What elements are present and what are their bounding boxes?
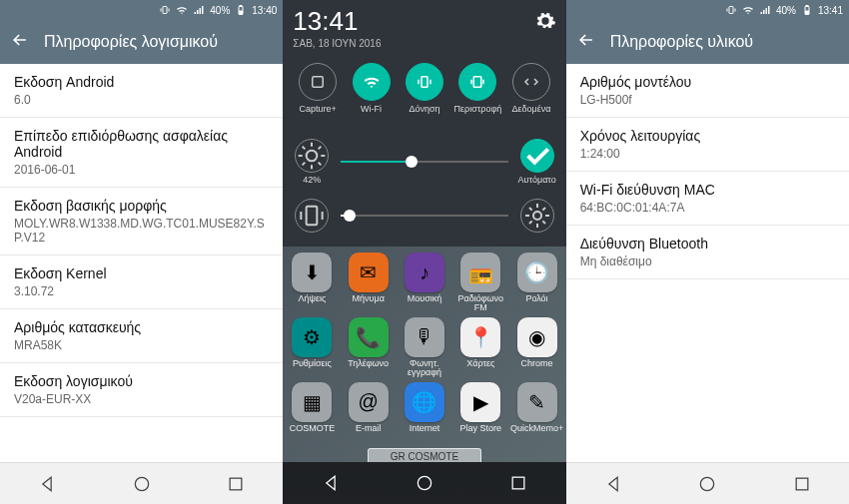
app-label: Play Store (459, 424, 501, 442)
brightness-icon[interactable] (295, 139, 329, 173)
app-shortcut[interactable]: ♪Μουσική (398, 252, 451, 313)
nav-home-button[interactable] (413, 471, 436, 495)
brightness-slider[interactable] (341, 161, 507, 163)
list-item[interactable]: Διεύθυνση BluetoothΜη διαθέσιμο (566, 226, 849, 279)
app-label: Φωνητ. εγγραφή (398, 359, 451, 378)
app-label: Μουσική (408, 294, 441, 312)
app-shortcut[interactable]: ▦COSMOTE (285, 382, 339, 442)
brightness-row: 42% Αυτόματο (293, 139, 555, 185)
svg-rect-0 (163, 7, 167, 14)
item-value: 6.0 (14, 93, 269, 107)
nav-back-button[interactable] (319, 471, 343, 495)
app-shortcut[interactable]: 🕒Ρολόι (509, 252, 563, 313)
svg-rect-23 (796, 478, 808, 490)
wifi-icon (742, 4, 754, 16)
item-label: Αριθμός μοντέλου (580, 74, 835, 90)
app-shortcut[interactable]: 📞Τηλέφωνο (342, 317, 396, 378)
auto-brightness-toggle[interactable] (520, 139, 554, 173)
app-label: Μήνυμα (353, 294, 385, 312)
qs-tile[interactable]: Capture+ (293, 63, 342, 125)
qs-tile-label: Δόνηση (409, 105, 439, 125)
app-label: Ραδιόφωνο FM (453, 294, 507, 313)
qs-tile[interactable]: Δεδομένα (506, 63, 555, 125)
item-value: 64:BC:0C:01:4A:7A (580, 201, 835, 215)
app-label: COSMOTE (290, 424, 336, 442)
nav-recents-button[interactable] (224, 472, 248, 496)
list-item[interactable]: Χρόνος λειτουργίας1:24:00 (566, 118, 849, 172)
app-label: Ρολόι (525, 294, 547, 312)
nav-back-button[interactable] (35, 472, 59, 496)
nav-home-button[interactable] (130, 472, 154, 496)
qs-date[interactable]: ΣΑΒ, 18 ΙΟΥΝ 2016 (293, 38, 381, 49)
app-shortcut[interactable]: 🎙Φωνητ. εγγραφή (398, 317, 451, 378)
carrier-label[interactable]: GR COSMOTE (368, 448, 481, 462)
list-item[interactable]: Επίπεδο επιδιόρθωσης ασφαλείας Android20… (0, 118, 283, 188)
app-shortcut[interactable]: ✎QuickMemo+ (509, 382, 563, 442)
item-label: Εκδοση Android (14, 74, 269, 90)
svg-point-15 (533, 212, 541, 220)
app-shortcut[interactable]: ⚙Ρυθμίσεις (285, 317, 339, 378)
quick-settings-panel[interactable]: 13:41 ΣΑΒ, 18 ΙΟΥΝ 2016 Capture+Wi-FiΔόν… (283, 0, 565, 247)
app-label: Ρυθμίσεις (293, 359, 332, 377)
nav-bar (566, 462, 849, 504)
qs-tile-icon (406, 63, 443, 101)
settings-gear-icon[interactable] (534, 10, 556, 32)
list-item[interactable]: Εκδοση Kernel3.10.72 (0, 255, 283, 309)
volume-slider[interactable] (341, 215, 507, 217)
action-bar: Πληροφορίες λογισμικού (0, 20, 283, 64)
nav-bar (0, 462, 283, 504)
qs-tile-icon (299, 63, 337, 101)
app-shortcut[interactable]: ◉Chrome (509, 317, 563, 378)
volume-row (293, 199, 555, 233)
app-label: Χάρτες (466, 359, 494, 377)
app-shortcut[interactable]: 📻Ραδιόφωνο FM (453, 252, 507, 313)
qs-tile[interactable]: Wi-Fi (347, 63, 396, 125)
qs-tile-label: Wi-Fi (361, 105, 382, 125)
list-item[interactable]: Wi-Fi διεύθυνση MAC64:BC:0C:01:4A:7A (566, 172, 849, 226)
nav-back-button[interactable] (601, 472, 625, 496)
qs-tile[interactable]: Περιστροφή (453, 63, 502, 125)
svg-rect-3 (240, 11, 243, 14)
list-item[interactable]: Αριθμός κατασκευήςMRA58K (0, 309, 283, 363)
item-value: 3.10.72 (14, 284, 269, 298)
app-icon: ▶ (460, 382, 500, 422)
signal-icon (759, 4, 771, 16)
back-arrow-icon[interactable] (576, 30, 596, 54)
status-bar[interactable]: 40% 13:40 (0, 0, 283, 20)
app-icon: ✎ (517, 382, 557, 422)
volume-vibrate-icon[interactable] (295, 199, 329, 233)
nav-recents-button[interactable] (506, 471, 530, 495)
list-item[interactable]: Αριθμός μοντέλουLG-H500f (566, 64, 849, 118)
app-shortcut[interactable]: ▶Play Store (453, 382, 507, 442)
svg-rect-10 (313, 77, 324, 88)
qs-clock[interactable]: 13:41 (293, 6, 381, 37)
app-shortcut[interactable]: 🌐Internet (398, 382, 451, 442)
svg-rect-17 (513, 477, 525, 489)
volume-settings-icon[interactable] (520, 199, 554, 233)
app-label: QuickMemo+ (510, 424, 563, 442)
app-icon: 📞 (349, 317, 389, 357)
app-shortcut[interactable]: @E-mail (342, 382, 396, 442)
screen-hardware-info: 40% 13:41 Πληροφορίες υλικού Αριθμός μον… (566, 0, 849, 504)
app-icon: ⬇ (292, 252, 332, 292)
app-shortcut[interactable]: 📍Χάρτες (453, 317, 507, 378)
app-shortcut[interactable]: ⬇Λήψεις (285, 252, 339, 313)
battery-text: 40% (210, 5, 230, 16)
app-shortcut[interactable]: ✉Μήνυμα (342, 252, 396, 313)
list-item[interactable]: Εκδοση Android6.0 (0, 64, 283, 118)
status-bar[interactable]: 40% 13:41 (566, 0, 849, 20)
nav-recents-button[interactable] (790, 472, 814, 496)
back-arrow-icon[interactable] (10, 30, 30, 54)
signal-icon (193, 4, 205, 16)
list-item[interactable]: Εκδοση λογισμικούV20a-EUR-XX (0, 363, 283, 417)
svg-rect-21 (805, 11, 808, 14)
screen-quick-settings: 40% 13:41 13:41 ΣΑΒ, 18 ΙΟΥΝ 2016 Captur… (283, 0, 565, 504)
item-label: Διεύθυνση Bluetooth (580, 236, 835, 252)
nav-home-button[interactable] (695, 472, 719, 496)
home-screen[interactable]: ⬇Λήψεις✉Μήνυμα♪Μουσική📻Ραδιόφωνο FM🕒Ρολό… (283, 247, 565, 462)
qs-tile[interactable]: Δόνηση (400, 63, 448, 125)
item-label: Χρόνος λειτουργίας (580, 128, 835, 144)
vibrate-icon (159, 4, 171, 16)
qs-tile-label: Capture+ (299, 105, 336, 125)
list-item[interactable]: Εκδοση βασικής μορφήςMOLY.WR8.W1338.MD.W… (0, 188, 283, 255)
